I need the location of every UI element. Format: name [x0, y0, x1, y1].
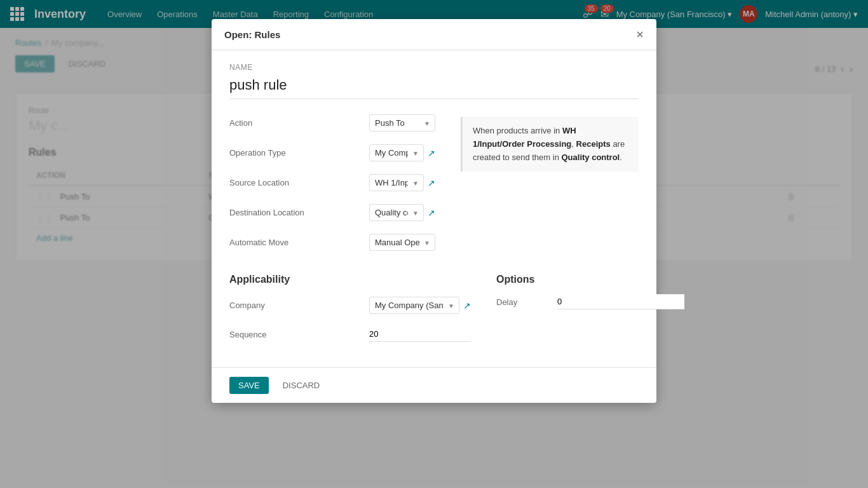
modal-overlay: Open: Rules × Name Action [0, 0, 868, 271]
operation-type-field: My Company 1: Receipts ↗ [369, 142, 435, 164]
destination-location-ext-link[interactable]: ↗ [428, 208, 435, 218]
action-select[interactable]: Push To Pull From Push & Pull [369, 114, 435, 132]
desc-destination: Quality control [561, 152, 620, 162]
destination-location-field: Quality control ↗ [369, 201, 435, 224]
dialog-header: Open: Rules × [212, 19, 656, 50]
automatic-move-select[interactable]: Manual Operation Automatic No Step Added [369, 234, 435, 251]
dialog-body: Name Action Push To Pull From [212, 50, 656, 271]
source-location-select[interactable]: WH 1/Input/Order Processing [369, 174, 424, 191]
destination-location-select[interactable]: Quality control [369, 204, 424, 221]
operation-type-select[interactable]: My Company 1: Receipts [369, 144, 424, 161]
name-label: Name [229, 63, 639, 72]
operation-type-label: Operation Type [229, 142, 369, 164]
rule-name-input[interactable] [229, 74, 639, 99]
automatic-move-select-wrap: Manual Operation Automatic No Step Added [369, 234, 435, 251]
source-location-label: Source Location [229, 172, 369, 194]
dialog-close-button[interactable]: × [636, 28, 644, 41]
automatic-move-field: Manual Operation Automatic No Step Added [369, 231, 435, 254]
source-location-select-wrap: WH 1/Input/Order Processing [369, 174, 424, 191]
operation-type-select-wrap: My Company 1: Receipts [369, 144, 424, 161]
source-location-ext-link[interactable]: ↗ [428, 178, 435, 188]
desc-operation: Receipts [576, 139, 611, 149]
destination-location-select-wrap: Quality control [369, 204, 424, 221]
automatic-move-label: Automatic Move [229, 231, 369, 254]
operation-type-ext-link[interactable]: ↗ [428, 148, 435, 158]
action-select-wrap: Push To Pull From Push & Pull [369, 114, 435, 132]
description-box: When products arrive in WH 1/Input/Order… [461, 117, 639, 172]
action-label: Action [229, 112, 369, 134]
dialog: Open: Rules × Name Action [212, 19, 656, 271]
form-grid: Action Push To Pull From Push & Pull [229, 112, 435, 254]
dialog-title: Open: Rules [224, 29, 280, 40]
source-location-field: WH 1/Input/Order Processing ↗ [369, 172, 435, 194]
action-field: Push To Pull From Push & Pull [369, 112, 435, 134]
destination-location-label: Destination Location [229, 201, 369, 224]
